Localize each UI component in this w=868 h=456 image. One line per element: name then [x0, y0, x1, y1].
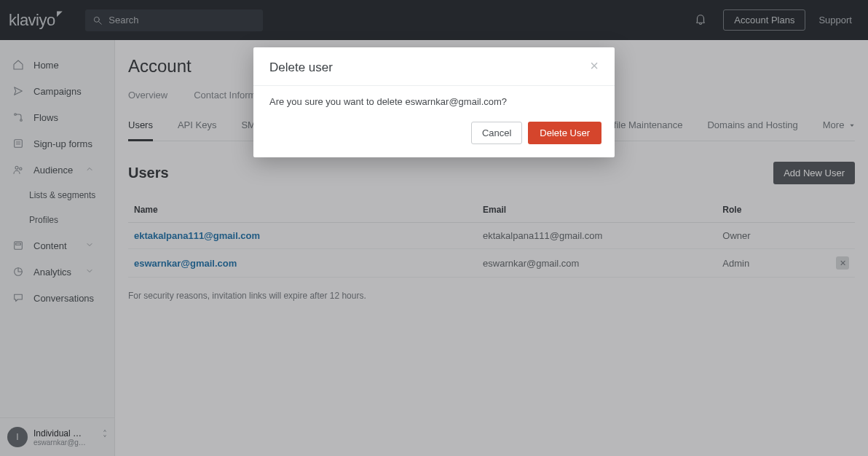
close-icon[interactable]: ×	[590, 60, 599, 71]
modal-title: Delete user	[269, 60, 333, 75]
modal-body: Are you sure you want to delete eswarnka…	[253, 86, 615, 111]
cancel-button[interactable]: Cancel	[471, 122, 522, 144]
delete-user-button[interactable]: Delete User	[528, 122, 601, 144]
delete-user-modal: Delete user × Are you sure you want to d…	[253, 47, 615, 157]
